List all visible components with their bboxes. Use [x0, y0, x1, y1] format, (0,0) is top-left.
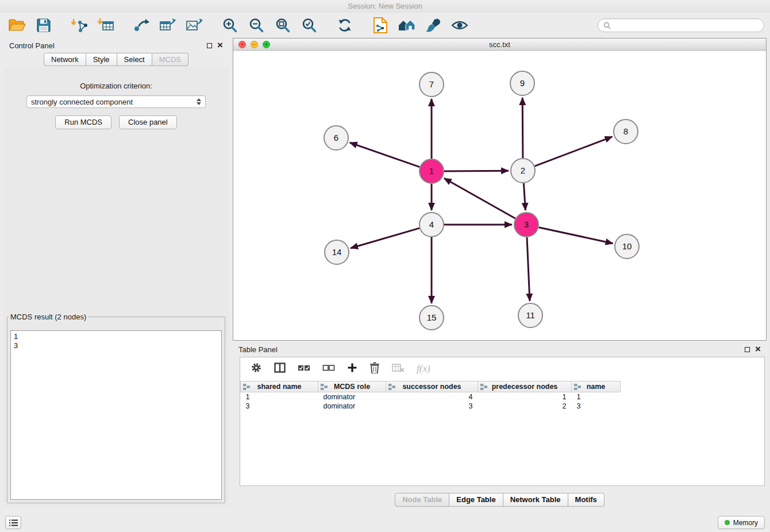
table-toolbar: f(x): [240, 357, 764, 380]
add-column-button[interactable]: [347, 363, 357, 375]
table-cell[interactable]: 3: [241, 402, 318, 411]
refresh-view-button[interactable]: [333, 15, 356, 36]
run-mcds-button[interactable]: Run MCDS: [55, 115, 111, 129]
table-cell[interactable]: 1: [572, 392, 621, 402]
export-image-button[interactable]: [183, 15, 206, 36]
table-cell[interactable]: 4: [386, 392, 478, 402]
graph-node-label-15: 15: [427, 313, 437, 322]
graph-node-label-11: 11: [526, 310, 535, 320]
column-header-mcds-role[interactable]: MCDS role: [318, 381, 386, 392]
network-window-title: scc.txt: [489, 40, 510, 49]
search-input[interactable]: [614, 21, 759, 30]
status-bar: Memory: [0, 513, 770, 532]
float-table-panel-icon[interactable]: [745, 347, 750, 352]
graph-edge-3-10[interactable]: [539, 228, 613, 244]
table-cell[interactable]: 2: [478, 402, 572, 411]
graph-node-label-7: 7: [429, 79, 434, 89]
deselect-all-button[interactable]: [322, 363, 335, 375]
search-icon: [603, 22, 611, 29]
table-cell[interactable]: dominator: [318, 392, 386, 402]
column-type-icon: [243, 384, 250, 390]
zoom-out-icon: [248, 17, 264, 33]
graph-edge-2-8[interactable]: [535, 137, 613, 166]
table-cell[interactable]: 1: [478, 392, 572, 402]
table-tab-node-table[interactable]: Node Table: [395, 493, 449, 507]
minimize-window-button[interactable]: −: [251, 41, 258, 48]
optimization-criterion-value: strongly connected component: [31, 98, 133, 106]
close-table-panel-icon[interactable]: ×: [755, 346, 761, 353]
open-file-button[interactable]: [6, 15, 29, 36]
delete-table-button: [392, 363, 405, 375]
table-row[interactable]: 1dominator411: [241, 392, 621, 402]
graph-edge-1-2[interactable]: [444, 171, 509, 171]
graph-edge-3-11[interactable]: [527, 237, 530, 301]
column-header-name[interactable]: name: [572, 381, 621, 392]
graphics-details-button[interactable]: [448, 15, 471, 36]
network-window-titlebar[interactable]: × − + scc.txt: [233, 38, 766, 51]
close-panel-button[interactable]: Close panel: [119, 115, 177, 129]
graph-edge-2-9[interactable]: [522, 98, 523, 158]
tab-mcds[interactable]: MCDS: [152, 53, 188, 66]
column-type-icon: [574, 384, 581, 390]
zoom-fit-button[interactable]: [271, 15, 294, 36]
home-network-button[interactable]: [395, 15, 418, 36]
tab-select[interactable]: Select: [117, 53, 152, 66]
table-cell[interactable]: 1: [241, 392, 318, 402]
zoom-selected-button[interactable]: [298, 15, 321, 36]
float-panel-icon[interactable]: [207, 43, 212, 48]
maximize-window-button[interactable]: +: [263, 41, 270, 48]
table-settings-button[interactable]: [251, 362, 262, 376]
close-window-button[interactable]: ×: [238, 41, 246, 48]
save-session-button[interactable]: [32, 15, 55, 36]
close-panel-icon[interactable]: ×: [217, 42, 223, 49]
graph-edge-2-3[interactable]: [523, 183, 525, 210]
tab-style[interactable]: Style: [86, 53, 117, 66]
eye-icon: [451, 19, 468, 32]
network-document-button[interactable]: [369, 15, 392, 36]
column-header-label: name: [587, 383, 606, 391]
select-all-button[interactable]: [298, 363, 310, 375]
table-cell[interactable]: 3: [386, 402, 478, 411]
graph-edge-1-6[interactable]: [350, 142, 420, 167]
column-header-successor-nodes[interactable]: successor nodes: [386, 381, 478, 392]
import-table-icon: [97, 17, 114, 33]
table-tab-motifs[interactable]: Motifs: [568, 493, 605, 507]
panel-list-button[interactable]: [5, 516, 21, 529]
import-table-button[interactable]: [94, 15, 117, 36]
column-header-label: predecessor nodes: [492, 383, 558, 391]
tab-network[interactable]: Network: [44, 53, 86, 66]
window-title: Session: New Session: [348, 2, 422, 10]
delete-column-button[interactable]: [369, 362, 380, 376]
graph-edge-3-1[interactable]: [444, 178, 515, 218]
table-cell[interactable]: dominator: [318, 402, 386, 411]
split-table-button[interactable]: [274, 363, 286, 375]
column-header-predecessor-nodes[interactable]: predecessor nodes: [478, 381, 572, 392]
houses-icon: [398, 18, 416, 33]
memory-button[interactable]: Memory: [718, 516, 765, 529]
table-panel-header: Table Panel ×: [233, 342, 767, 357]
table-tab-edge-table[interactable]: Edge Table: [449, 493, 503, 507]
search-box[interactable]: [598, 18, 764, 32]
export-table-button[interactable]: [156, 15, 179, 36]
graph-edge-4-14[interactable]: [351, 228, 419, 248]
style-button[interactable]: [422, 15, 445, 36]
import-network-button[interactable]: [68, 15, 91, 36]
table-cell[interactable]: 3: [572, 402, 621, 411]
zoom-in-button[interactable]: [218, 15, 241, 36]
combo-arrows-icon: [197, 98, 201, 105]
export-network-button[interactable]: [130, 15, 153, 36]
mcds-result-text[interactable]: 13: [10, 330, 222, 500]
floppy-disk-icon: [36, 18, 51, 33]
optimization-criterion-select[interactable]: strongly connected component: [26, 95, 206, 108]
export-table-icon: [159, 17, 176, 33]
mcds-panel: Optimization criterion: strongly connect…: [3, 67, 229, 507]
import-network-icon: [71, 17, 88, 33]
split-panel-icon: [274, 363, 286, 373]
column-header-shared-name[interactable]: shared name: [241, 381, 318, 392]
zoom-out-button[interactable]: [245, 15, 268, 36]
table-row[interactable]: 3dominator323: [241, 402, 621, 411]
zoom-selected-icon: [301, 17, 317, 33]
table-tab-network-table[interactable]: Network Table: [503, 493, 568, 507]
graph-node-label-6: 6: [334, 133, 338, 142]
network-canvas[interactable]: 7968124314101511: [233, 51, 766, 340]
